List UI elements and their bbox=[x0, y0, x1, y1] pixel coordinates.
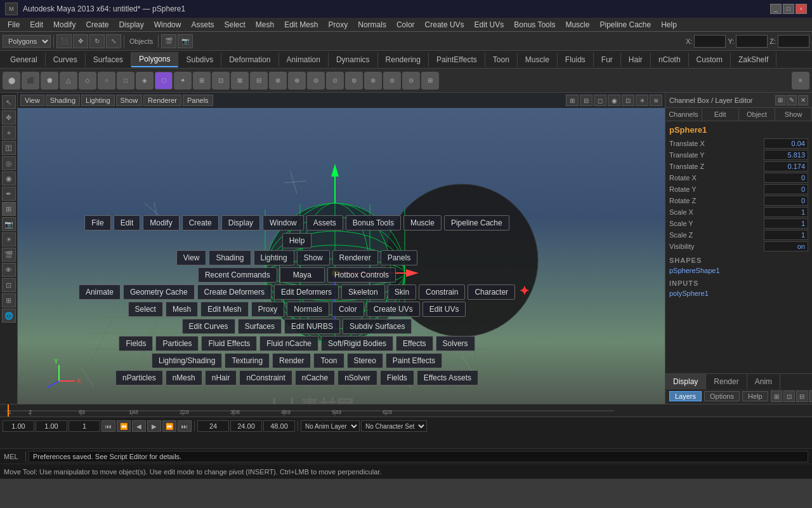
layer-icon-1[interactable]: ⊞ bbox=[771, 391, 782, 402]
skip-to-end-btn[interactable]: ⏭ bbox=[178, 420, 192, 432]
hotbox-recent-commands[interactable]: Recent Commands bbox=[198, 267, 277, 283]
hotbox-animate[interactable]: Animate bbox=[79, 284, 121, 300]
display-layer-btn[interactable]: ⊡ bbox=[2, 278, 16, 292]
tab-surfaces[interactable]: Surfaces bbox=[86, 53, 131, 67]
layer-icon-4[interactable]: ⊗ bbox=[809, 391, 812, 402]
vp-panels-btn[interactable]: Panels bbox=[183, 95, 213, 106]
rp-tab-edit[interactable]: Edit bbox=[702, 108, 739, 121]
shelf-icon-7[interactable]: □ bbox=[117, 72, 134, 90]
menu-editmesh[interactable]: Edit Mesh bbox=[279, 19, 323, 30]
rotate-tool[interactable]: ↻ bbox=[89, 34, 105, 48]
artisan-btn[interactable]: ✒ bbox=[2, 187, 16, 201]
anim-layer-select[interactable]: No Anim Layer bbox=[301, 420, 360, 432]
tab-toon[interactable]: Toon bbox=[485, 53, 518, 67]
hotbox-pipelinecache[interactable]: Pipeline Cache bbox=[444, 215, 509, 231]
hotbox-fields2[interactable]: Fields bbox=[380, 370, 414, 385]
channel-value-rx[interactable]: 0 bbox=[764, 173, 808, 183]
menu-createuvs[interactable]: Create UVs bbox=[420, 19, 469, 30]
camera-btn[interactable]: 📷 bbox=[2, 217, 16, 231]
shelf-icon-22[interactable]: ⊝ bbox=[402, 72, 420, 90]
skip-to-start-btn[interactable]: ⏮ bbox=[102, 420, 115, 432]
rp-tab-channels[interactable]: Channels bbox=[665, 108, 702, 121]
hotbox-normals[interactable]: Normals bbox=[287, 302, 329, 317]
y-input[interactable] bbox=[736, 35, 768, 48]
menu-select[interactable]: Select bbox=[219, 19, 250, 30]
shape-link[interactable]: pSphereShape1 bbox=[669, 267, 808, 274]
shelf-icon-14[interactable]: ⊟ bbox=[250, 72, 268, 90]
render-btn[interactable]: 🎬 bbox=[161, 34, 176, 48]
current-frame-input[interactable] bbox=[36, 420, 67, 432]
z-input[interactable] bbox=[778, 35, 809, 48]
hotbox-edit[interactable]: Edit bbox=[114, 215, 141, 231]
show-hide-btn[interactable]: 👁 bbox=[2, 263, 16, 277]
wireframe-btn[interactable]: ◻ bbox=[594, 95, 606, 106]
shelf-icon-19[interactable]: ⊚ bbox=[345, 72, 363, 90]
shelf-icon-8[interactable]: ◈ bbox=[136, 72, 154, 90]
tab-curves[interactable]: Curves bbox=[46, 53, 86, 67]
range-end2-input[interactable] bbox=[263, 420, 295, 432]
menu-modify[interactable]: Modify bbox=[48, 19, 81, 30]
shelf-icon-2[interactable]: ⬛ bbox=[22, 72, 39, 90]
lasso-btn[interactable]: ⌖ bbox=[2, 126, 16, 140]
rp-tab-show[interactable]: Show bbox=[775, 108, 812, 121]
hotbox-createdef[interactable]: Create Deformers bbox=[197, 284, 272, 300]
hotbox-nsolver[interactable]: nSolver bbox=[337, 370, 377, 385]
paint-btn[interactable]: ⚿ bbox=[2, 141, 16, 155]
hotbox-geocache[interactable]: Geometry Cache bbox=[123, 284, 195, 300]
tab-polygons[interactable]: Polygons bbox=[131, 52, 178, 67]
tab-hair[interactable]: Hair bbox=[621, 53, 651, 67]
channel-value-sx[interactable]: 1 bbox=[764, 207, 808, 217]
render-region-btn[interactable]: 🎬 bbox=[2, 248, 16, 262]
range-end-input[interactable] bbox=[230, 420, 262, 432]
step-forward-btn[interactable]: ⏩ bbox=[162, 420, 176, 432]
layer-icon-3[interactable]: ⊟ bbox=[796, 391, 808, 402]
dp-tab-anim[interactable]: Anim bbox=[747, 374, 780, 389]
shelf-icon-18[interactable]: ⊙ bbox=[326, 72, 344, 90]
shelf-icon-24[interactable]: ≡ bbox=[792, 72, 809, 90]
layer-icon-2[interactable]: ⊡ bbox=[783, 391, 795, 402]
shelf-icon-20[interactable]: ⊛ bbox=[364, 72, 382, 90]
shelf-icon-23[interactable]: ⊞ bbox=[421, 72, 439, 90]
hotbox-proxy[interactable]: Proxy bbox=[251, 302, 285, 317]
channel-value-ty[interactable]: 5.813 bbox=[764, 150, 808, 160]
vp-view-btn[interactable]: View bbox=[20, 95, 44, 106]
hotbox-editmesh[interactable]: Edit Mesh bbox=[200, 302, 248, 317]
shelf-icon-10[interactable]: ✦ bbox=[174, 72, 192, 90]
channel-value-ry[interactable]: 0 bbox=[764, 184, 808, 194]
hotbox-assets[interactable]: Assets bbox=[306, 215, 343, 231]
hotbox-select[interactable]: Select bbox=[128, 302, 163, 317]
minimize-button[interactable]: _ bbox=[770, 4, 782, 14]
hotbox-maya[interactable]: Maya bbox=[280, 267, 325, 283]
shelf-icon-15[interactable]: ⊗ bbox=[269, 72, 287, 90]
hotbox-skeleton[interactable]: Skeleton bbox=[341, 284, 385, 300]
ds-layers[interactable]: Layers bbox=[669, 391, 702, 401]
hotbox-lightingshading[interactable]: Lighting/Shading bbox=[152, 353, 222, 368]
fog-btn[interactable]: ≋ bbox=[650, 95, 662, 106]
hotbox-ncache[interactable]: nCache bbox=[295, 370, 335, 385]
tab-fluids[interactable]: Fluids bbox=[558, 53, 594, 67]
hotbox-view[interactable]: View bbox=[176, 250, 207, 265]
menu-color[interactable]: Color bbox=[391, 19, 420, 30]
menu-normals[interactable]: Normals bbox=[353, 19, 391, 30]
scale-tool[interactable]: ⤡ bbox=[106, 34, 121, 48]
hotbox-particles[interactable]: Particles bbox=[155, 336, 199, 351]
channel-value-rz[interactable]: 0 bbox=[764, 196, 808, 206]
shelf-icon-21[interactable]: ⊜ bbox=[383, 72, 401, 90]
menu-file[interactable]: File bbox=[3, 19, 25, 30]
hotbox-nhair[interactable]: nHair bbox=[205, 370, 237, 385]
rp-icon-3[interactable]: ✕ bbox=[798, 95, 808, 105]
vp-show-btn[interactable]: Show bbox=[116, 95, 143, 106]
hotbox-display[interactable]: Display bbox=[221, 215, 260, 231]
rp-icon-2[interactable]: ✎ bbox=[787, 95, 797, 105]
tab-general[interactable]: General bbox=[3, 53, 46, 67]
menu-pipelinecache[interactable]: Pipeline Cache bbox=[594, 19, 656, 30]
hotbox-mesh[interactable]: Mesh bbox=[166, 302, 198, 317]
menu-edituvs[interactable]: Edit UVs bbox=[469, 19, 509, 30]
hotbox-color[interactable]: Color bbox=[332, 302, 364, 317]
hotbox-fluidncache[interactable]: Fluid nCache bbox=[259, 336, 318, 351]
hotbox-effectsassets[interactable]: Effects Assets bbox=[417, 370, 478, 385]
mode-select[interactable]: Polygons bbox=[3, 35, 51, 48]
play-back-btn[interactable]: ◀ bbox=[132, 420, 146, 432]
tab-muscle[interactable]: Muscle bbox=[518, 53, 558, 67]
hotbox-shading[interactable]: Shading bbox=[209, 250, 251, 265]
